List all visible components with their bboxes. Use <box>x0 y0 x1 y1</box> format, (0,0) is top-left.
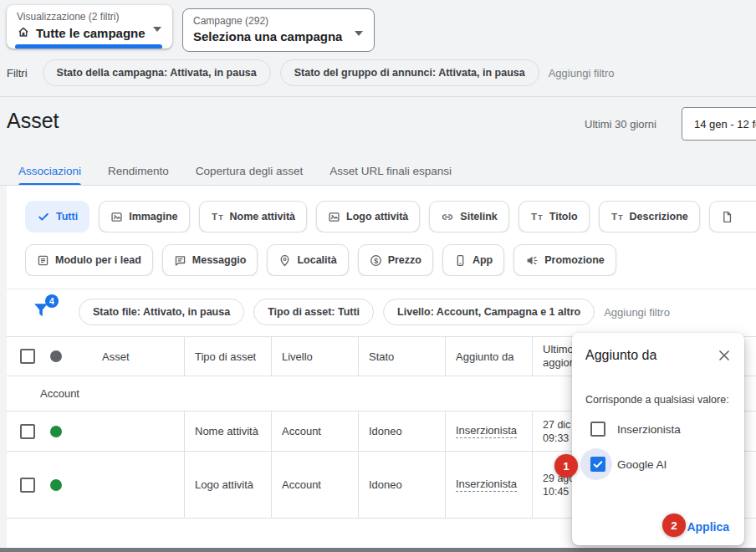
close-icon[interactable] <box>715 346 733 365</box>
chip-label: Messaggio <box>192 254 247 266</box>
apply-button[interactable]: Applica <box>687 520 729 534</box>
column-header-asset[interactable]: Asset <box>92 337 184 376</box>
campaign-selector-label: Campagne (292) <box>193 15 374 27</box>
asset-type-chip-localit[interactable]: Località <box>267 244 348 276</box>
campaign-selector-dropdown[interactable]: Campagne (292) Seleziona una campagna <box>182 8 375 52</box>
toolbar-chip-livello-account-campagna-e-1-altro[interactable]: Livello: Account, Campagna e 1 altro <box>383 299 595 325</box>
link-icon <box>441 211 454 223</box>
horizontal-scrollbar[interactable] <box>0 548 756 552</box>
annotation-step-2-badge: 2 <box>662 514 686 537</box>
date-range-preset: Ultimi 30 giorni <box>585 118 656 130</box>
svg-text:T: T <box>218 213 223 222</box>
chip-label: Sitelink <box>460 211 497 222</box>
asset-type-chip-prezzo[interactable]: $Prezzo <box>358 244 433 276</box>
campaign-selector-value: Seleziona una campagna <box>193 29 374 43</box>
svg-text:T: T <box>618 213 623 222</box>
row-status-cell <box>50 411 92 451</box>
popup-title: Aggiunto da <box>585 348 656 363</box>
chip-label: App <box>472 254 493 266</box>
popup-option-google-ai[interactable]: Google AI <box>572 447 744 482</box>
asset-cell <box>92 411 184 451</box>
add-filter-button[interactable]: Aggiungi filtro <box>549 67 615 79</box>
tab-copertura-degli-asset[interactable]: Copertura degli asset <box>182 156 316 186</box>
select-all-checkbox[interactable] <box>20 349 35 364</box>
row-status-cell <box>50 452 92 518</box>
asset-cell <box>92 452 184 518</box>
asset-type-chip-descrizione[interactable]: TTDescrizione <box>599 201 700 233</box>
toolbar-chip-tipo-di-asset-tutti[interactable]: Tipo di asset: Tutti <box>253 299 374 325</box>
stato-cell: Idoneo <box>358 411 445 451</box>
toolbar-chip-stato-file-attivato-in-pausa[interactable]: Stato file: Attivato, in pausa <box>79 299 244 325</box>
app-icon <box>454 254 467 267</box>
popup-option-inserzionista[interactable]: Inserzionista <box>572 411 744 447</box>
tipo-di-asset-cell: Logo attività <box>184 452 271 518</box>
asset-type-chip-titolo[interactable]: TTTitolo <box>518 201 590 233</box>
image-icon <box>110 211 123 223</box>
chip-label: Modulo per i lead <box>55 254 141 266</box>
aggiunto-da-value[interactable]: Inserzionista <box>456 424 517 438</box>
asset-type-chip-immagine[interactable]: Immagine <box>99 201 189 233</box>
form-icon <box>37 254 49 267</box>
stato-cell: Idoneo <box>358 452 445 518</box>
column-header-tipo[interactable]: Tipo di asset <box>184 337 271 376</box>
aggiunto-da-value[interactable]: Inserzionista <box>456 478 517 492</box>
column-header-livello[interactable]: Livello <box>271 337 358 376</box>
add-filter-button[interactable]: Aggiungi filtro <box>604 306 670 319</box>
asset-type-chip-sitelink[interactable]: Sitelink <box>429 201 508 233</box>
tab-asset-url-finali-espansi[interactable]: Asset URL finali espansi <box>316 156 465 186</box>
asset-type-chip-promozione[interactable]: Promozione <box>513 244 616 276</box>
view-selector-value-text: Tutte le campagne <box>36 26 146 40</box>
asset-type-chip-partial[interactable] <box>709 201 756 233</box>
annotation-step-1-badge: 1 <box>554 454 578 478</box>
row-checkbox[interactable] <box>20 478 35 493</box>
popup-option-label: Google AI <box>617 458 667 471</box>
popup-option-label: Inserzionista <box>617 423 681 436</box>
chevron-down-icon <box>355 31 363 36</box>
status-dot-green <box>50 426 62 437</box>
chip-label: Logo attività <box>346 211 408 222</box>
asset-type-chip-nome-attivit[interactable]: TTNome attività <box>199 201 308 233</box>
aggiunto-da-cell: Inserzionista <box>445 452 532 518</box>
tab-bar: AssociazioniRendimentoCopertura degli as… <box>5 156 465 186</box>
selected-view-indicator <box>15 44 162 49</box>
livello-cell: Account <box>271 411 358 451</box>
checkbox-checked[interactable] <box>590 457 605 472</box>
filters-bar-title: Filtri <box>7 67 28 79</box>
home-icon <box>17 25 30 41</box>
filter-chip-stato-della-campagna-attivata-in-pausa[interactable]: Stato della campagna: Attivata, in pausa <box>43 59 271 86</box>
asset-type-chip-messaggio[interactable]: Messaggio <box>162 244 258 276</box>
chip-label: Prezzo <box>388 254 421 266</box>
row-checkbox-cell <box>7 411 50 451</box>
text-icon: TT <box>610 211 624 223</box>
updated-time: 09:33 <box>543 432 569 445</box>
asset-type-chip-logo-attivit[interactable]: Logo attività <box>316 201 420 233</box>
toolbar-filter-chips: Stato file: Attivato, in pausaTipo di as… <box>79 299 604 325</box>
view-selector-value: Tutte le campagne <box>17 25 172 41</box>
asset-type-chip-tutti[interactable]: Tutti <box>25 201 89 233</box>
text-icon: TT <box>211 211 224 223</box>
asset-type-chip-app[interactable]: App <box>442 244 504 276</box>
header-status-cell <box>50 337 92 376</box>
promotion-icon <box>525 254 539 267</box>
view-selector-dropdown[interactable]: Visualizzazione (2 filtri) Tutte le camp… <box>7 5 172 49</box>
section-divider <box>0 96 756 97</box>
tab-rendimento[interactable]: Rendimento <box>94 156 182 186</box>
chevron-down-icon <box>153 27 161 32</box>
tab-associazioni[interactable]: Associazioni <box>5 156 94 186</box>
filters-bar: Filtri Stato della campagna: Attivata, i… <box>7 59 614 86</box>
table-toolbar: 4 Stato file: Attivato, in pausaTipo di … <box>7 289 756 335</box>
updated-time: 10:45 <box>543 485 569 498</box>
filter-funnel-button[interactable]: 4 <box>32 301 50 323</box>
column-header-stato[interactable]: Stato <box>358 337 445 376</box>
row-checkbox[interactable] <box>20 424 35 439</box>
column-header-aggiunto-da[interactable]: Aggiunto da <box>445 337 532 376</box>
document-icon <box>721 211 733 223</box>
asset-type-chip-modulo-per-i-lead[interactable]: Modulo per i lead <box>25 244 153 276</box>
header-checkbox-cell <box>7 337 50 376</box>
filter-chip-stato-del-gruppo-di-annunci-attivata-in-pausa[interactable]: Stato del gruppo di annunci: Attivata, i… <box>280 59 539 86</box>
tipo-di-asset-cell: Nome attività <box>184 411 271 451</box>
date-range-picker[interactable]: 14 gen - 12 fe <box>682 107 756 141</box>
svg-text:T: T <box>531 211 538 222</box>
chip-label: Immagine <box>129 211 177 222</box>
checkbox-unchecked[interactable] <box>590 422 605 437</box>
